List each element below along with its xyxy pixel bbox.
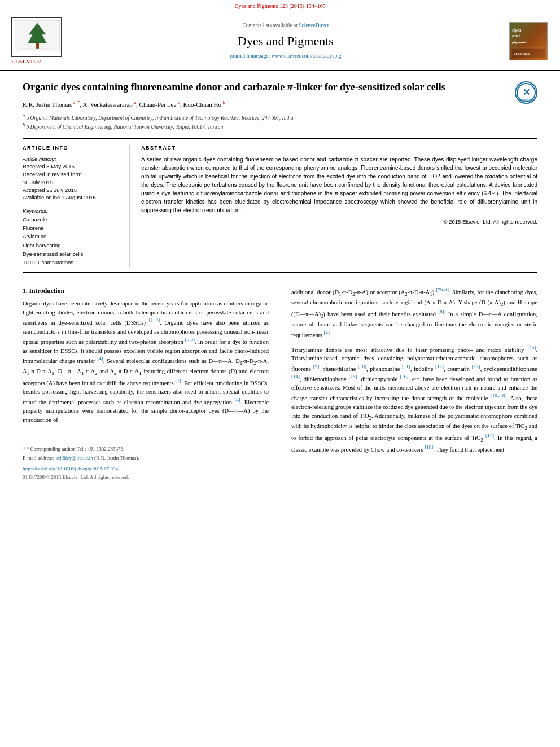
svg-text:and: and xyxy=(512,33,520,38)
journal-title: Dyes and Pigments xyxy=(68,32,504,50)
keywords-label: Keywords: xyxy=(23,207,123,215)
affiliations: a a Organic Materials Laboratory, Depart… xyxy=(23,113,537,132)
journal-homepage: journal homepage: www.elsevier.com/locat… xyxy=(68,53,504,60)
paper-title: Organic dyes containing fluoreneamine do… xyxy=(23,80,537,94)
crossmark-badge: ✕ CrossMark xyxy=(515,81,537,104)
section-label: Introduction xyxy=(29,287,64,294)
homepage-label: journal homepage: xyxy=(230,53,270,59)
sciencedirect-line: Contents lists available at ScienceDirec… xyxy=(68,22,504,30)
received-revised-label: Received in revised form xyxy=(23,171,123,178)
section-1-title: 1. Introduction xyxy=(23,286,269,296)
section-number: 1. xyxy=(23,287,28,294)
elsevier-logo: ELSEVIER xyxy=(11,17,62,65)
article-info-heading: ARTICLE INFO xyxy=(23,145,123,152)
keyword-5: Dye-sensitized solar cells xyxy=(23,250,123,258)
cover-art: dyes and pigments ELSEVIER xyxy=(510,22,547,60)
issn-text: 0143-7208/© 2015 Elsevier Ltd. All right… xyxy=(23,474,269,481)
journal-header: ELSEVIER Contents lists available at Sci… xyxy=(0,12,560,71)
affiliation-a: a a Organic Materials Laboratory, Depart… xyxy=(23,113,537,122)
affiliation-b: b b Department of Chemical Engineering, … xyxy=(23,122,537,131)
email-name: (K.R. Justin Thomas). xyxy=(94,455,139,461)
keywords-section: Keywords: Carbazole Fluorene Arylamine L… xyxy=(23,207,123,267)
available-online: Available online 1 August 2015 xyxy=(23,194,123,202)
main-content: 1. Introduction Organic dyes have been i… xyxy=(23,281,537,481)
crossmark-icon: ✕ CrossMark xyxy=(516,82,536,103)
keyword-1: Carbazole xyxy=(23,215,123,224)
paper-body: ✕ CrossMark Organic dyes containing fluo… xyxy=(0,71,560,492)
abstract-heading: ABSTRACT xyxy=(141,145,537,152)
left-column: 1. Introduction Organic dyes have been i… xyxy=(23,286,274,481)
journal-cover-image: dyes and pigments ELSEVIER xyxy=(509,22,548,60)
keyword-2: Fluorene xyxy=(23,224,123,232)
intro-para-2: additional donor (D1-π-D2-π-A) or accept… xyxy=(291,286,537,339)
journal-center: Contents lists available at ScienceDirec… xyxy=(62,22,509,60)
sciencedirect-link[interactable]: ScienceDirect xyxy=(299,23,329,28)
article-info-panel: ARTICLE INFO Article history: Received 8… xyxy=(23,145,130,267)
logo-box xyxy=(11,17,62,57)
doi-link[interactable]: http://dx.doi.org/10.1016/j.dyepig.2015.… xyxy=(23,465,269,473)
right-column: additional donor (D1-π-D2-π-A) or accept… xyxy=(286,286,537,481)
corresponding-label: * Corresponding author. Tel.: +91 1332 2… xyxy=(27,446,125,452)
email-address[interactable]: krjt8fcy@iitr.ac.in xyxy=(55,455,93,461)
footnote-email: E-mail address: krjt8fcy@iitr.ac.in (K.R… xyxy=(23,455,269,462)
svg-text:dyes: dyes xyxy=(512,27,522,32)
accepted-date: Accepted 25 July 2015 xyxy=(23,186,123,194)
footnote-corresponding: * * Corresponding author. Tel.: +91 1332… xyxy=(23,445,269,453)
article-info-abstract: ARTICLE INFO Article history: Received 8… xyxy=(23,138,537,273)
elsevier-tree-icon xyxy=(15,20,60,51)
svg-rect-2 xyxy=(36,43,39,49)
keyword-6: TDDFT computations xyxy=(23,258,123,267)
journal-reference: Dyes and Pigments 123 (2015) 154–165 xyxy=(0,0,560,12)
keyword-4: Light-harvesting xyxy=(23,241,123,250)
keyword-3: Arylamine xyxy=(23,232,123,241)
copyright: © 2015 Elsevier Ltd. All rights reserved… xyxy=(141,218,537,226)
abstract-text: A series of new organic dyes containing … xyxy=(141,155,537,215)
received-date: Received 8 May 2015 xyxy=(23,163,123,171)
intro-para-3: Triarylamine donors are most attractive … xyxy=(291,344,537,455)
homepage-url[interactable]: www.elsevier.com/locate/dyepig xyxy=(272,53,342,59)
article-history: Article history: Received 8 May 2015 Rec… xyxy=(23,155,123,202)
sciencedirect-label: Contents lists available at xyxy=(242,23,297,28)
journal-ref-text: Dyes and Pigments 123 (2015) 154–165 xyxy=(234,3,325,9)
svg-text:ELSEVIER: ELSEVIER xyxy=(514,52,531,55)
history-label: Article history: xyxy=(23,155,123,163)
svg-text:CrossMark: CrossMark xyxy=(519,98,533,101)
keywords-list: Carbazole Fluorene Arylamine Light-harve… xyxy=(23,215,123,267)
journal-thumbnail: dyes and pigments ELSEVIER xyxy=(509,22,549,60)
received-revised-date: 18 July 2015 xyxy=(23,178,123,186)
intro-para-1: Organic dyes have been intensively devel… xyxy=(23,299,269,425)
abstract-panel: ABSTRACT A series of new organic dyes co… xyxy=(141,145,537,267)
authors: K.R. Justin Thomas a, *, A. Venkateswara… xyxy=(23,99,537,110)
email-label: E-mail address: xyxy=(23,455,54,461)
svg-text:✕: ✕ xyxy=(523,88,530,97)
footnote-area: * * Corresponding author. Tel.: +91 1332… xyxy=(23,442,269,481)
elsevier-label: ELSEVIER xyxy=(11,58,62,65)
svg-text:pigments: pigments xyxy=(512,40,527,44)
